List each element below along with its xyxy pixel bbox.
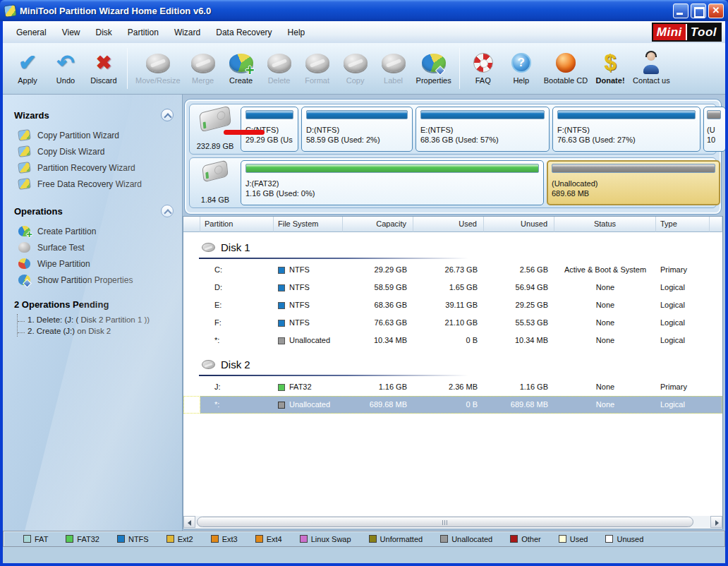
scroll-right-arrow-icon[interactable]: [710, 516, 722, 528]
table-row-d[interactable]: D: NTFS 58.59 GB 1.65 GB 56.94 GB None L…: [183, 279, 722, 296]
col-partition[interactable]: Partition: [200, 217, 274, 232]
unformatted-color-swatch: [369, 535, 377, 543]
wizard-wand-icon: [18, 129, 31, 141]
menu-data-recovery[interactable]: Data Recovery: [208, 23, 279, 42]
partition-block-disk1-unallocated[interactable]: (U 10: [703, 107, 725, 152]
discard-x-icon: ✖: [90, 52, 118, 74]
menu-bar: General View Disk Partition Wizard Data …: [3, 21, 725, 43]
unallocated-color-swatch: [278, 337, 285, 344]
minitool-logo: Mini Tool: [652, 23, 722, 42]
col-unused[interactable]: Unused: [484, 217, 554, 232]
unallocated-color-swatch: [440, 535, 448, 543]
person-icon: [637, 52, 665, 74]
status-bar: [3, 547, 725, 563]
legend-unused: Unused: [605, 535, 643, 543]
sidebar-item-create-partition[interactable]: Create Partition: [14, 223, 174, 239]
sidebar-item-wipe-partition[interactable]: Wipe Partition: [14, 255, 174, 272]
partition-block-disk2-unallocated[interactable]: (Unallocated) 689.68 MB: [547, 160, 720, 205]
move-resize-button: Move/Resize: [132, 50, 184, 88]
sidebar-item-partition-recovery-wizard[interactable]: Partition Recovery Wizard: [14, 159, 174, 176]
legend-fat: FAT: [23, 535, 48, 543]
col-file-system[interactable]: File System: [274, 217, 343, 232]
donate-button[interactable]: $ Donate!: [591, 50, 629, 88]
copy-button: Copy: [336, 50, 375, 88]
main-panel: 232.89 GB C:(NTFS) 29.29 GB (Us D:(NTFS)…: [183, 95, 725, 531]
sidebar: Wizards Copy Partition Wizard Copy Disk …: [3, 95, 183, 531]
surface-test-disk-icon: [18, 242, 30, 253]
contact-us-button[interactable]: Contact us: [629, 50, 674, 88]
menu-wizard[interactable]: Wizard: [166, 23, 208, 42]
bootable-cd-icon: [552, 52, 580, 74]
window-title: MiniTool Partition Wizard Home Edition v…: [20, 6, 673, 16]
other-color-swatch: [510, 535, 518, 543]
legend-linux-swap: Linux Swap: [300, 535, 351, 543]
pending-operation-1[interactable]: 1. Delete: (J: ( Disk 2 Partition 1 )): [18, 314, 174, 325]
properties-button[interactable]: Properties: [413, 50, 455, 88]
create-button[interactable]: + Create: [222, 50, 260, 88]
menu-disk[interactable]: Disk: [88, 23, 120, 42]
bootable-cd-button[interactable]: Bootable CD: [540, 50, 591, 88]
toolbar-separator: [459, 48, 460, 89]
col-used[interactable]: Used: [413, 217, 484, 232]
create-partition-icon: +: [227, 52, 255, 74]
merge-disk-icon: [189, 52, 217, 74]
col-capacity[interactable]: Capacity: [343, 217, 413, 232]
ntfs-color-swatch: [117, 535, 125, 543]
table-row-f[interactable]: F: NTFS 76.63 GB 21.10 GB 55.53 GB None …: [183, 314, 722, 332]
pending-operation-2[interactable]: 2. Create (J:) on Disk 2: [18, 325, 174, 337]
help-button[interactable]: Help: [502, 50, 540, 88]
wizard-wand-icon: [18, 178, 31, 190]
disk2-label[interactable]: 1.84 GB: [193, 160, 238, 205]
col-type[interactable]: Type: [656, 217, 710, 232]
menu-general[interactable]: General: [8, 23, 54, 42]
discard-button[interactable]: ✖ Discard: [85, 50, 123, 88]
disk1-label[interactable]: 232.89 GB: [193, 107, 238, 152]
ntfs-color-swatch: [278, 320, 285, 327]
scrollbar-thumb[interactable]: [197, 517, 693, 527]
disk1-group-header: Disk 1: [183, 232, 722, 256]
partition-block-j[interactable]: J:(FAT32) 1.16 GB (Used: 0%): [241, 160, 544, 205]
faq-button[interactable]: FAQ: [464, 50, 502, 88]
fs-color-bar: [420, 110, 545, 119]
sidebar-item-free-data-recovery-wizard[interactable]: Free Data Recovery Wizard: [14, 176, 174, 192]
menu-view[interactable]: View: [54, 23, 88, 42]
table-row-disk2-unallocated-selected[interactable]: *: Unallocated 689.68 MB 0 B 689.68 MB N…: [183, 396, 722, 414]
sidebar-item-copy-partition-wizard[interactable]: Copy Partition Wizard: [14, 127, 174, 143]
table-row-c[interactable]: C: NTFS 29.29 GB 26.73 GB 2.56 GB Active…: [183, 261, 722, 279]
apply-check-icon: ✔: [13, 52, 42, 74]
table-row-e[interactable]: E: NTFS 68.36 GB 39.11 GB 29.25 GB None …: [183, 296, 722, 314]
copy-disk-icon: [341, 52, 370, 74]
horizontal-scrollbar[interactable]: [183, 516, 722, 528]
table-row-j[interactable]: J: FAT32 1.16 GB 2.36 MB 1.16 GB None Pr…: [183, 378, 722, 396]
filesystem-legend: FAT FAT32 NTFS Ext2 Ext3 Ext4 Linux Swap…: [3, 531, 725, 547]
maximize-button[interactable]: [691, 4, 706, 18]
sidebar-item-show-partition-properties[interactable]: Show Partition Properties: [14, 272, 174, 288]
delete-disk-icon: [265, 52, 293, 74]
ntfs-color-swatch: [278, 284, 285, 291]
col-status[interactable]: Status: [554, 217, 656, 232]
partition-block-c[interactable]: C:(NTFS) 29.29 GB (Us: [241, 107, 298, 152]
menu-partition[interactable]: Partition: [120, 23, 166, 42]
partition-block-f[interactable]: F:(NTFS) 76.63 GB (Used: 27%): [552, 107, 700, 152]
menu-help[interactable]: Help: [280, 23, 313, 42]
table-row-disk1-unallocated[interactable]: *: Unallocated 10.34 MB 0 B 10.34 MB Non…: [183, 332, 722, 349]
wizards-collapse-chevron-icon[interactable]: [161, 109, 174, 121]
partition-table: Partition File System Capacity Used Unus…: [183, 216, 723, 529]
undo-button[interactable]: ↶ Undo: [47, 50, 85, 88]
partition-block-e[interactable]: E:(NTFS) 68.36 GB (Used: 57%): [415, 107, 550, 152]
sidebar-item-copy-disk-wizard[interactable]: Copy Disk Wizard: [14, 143, 174, 159]
scroll-left-arrow-icon[interactable]: [183, 516, 195, 528]
wizard-wand-icon: [18, 145, 31, 157]
close-button[interactable]: [708, 4, 724, 18]
operations-collapse-chevron-icon[interactable]: [161, 205, 174, 217]
partition-block-d[interactable]: D:(NTFS) 58.59 GB (Used: 2%): [301, 107, 413, 152]
partition-properties-icon: [18, 275, 30, 285]
apply-button[interactable]: ✔ Apply: [8, 50, 47, 88]
fs-color-bar: [557, 110, 696, 119]
sidebar-item-surface-test[interactable]: Surface Test: [14, 239, 174, 255]
create-partition-icon: [18, 226, 30, 236]
legend-ext2: Ext2: [166, 535, 193, 543]
undo-arrow-icon: ↶: [51, 52, 80, 74]
minimize-button[interactable]: [673, 4, 688, 18]
toolbar: ✔ Apply ↶ Undo ✖ Discard Move/Resize Mer…: [3, 43, 725, 95]
